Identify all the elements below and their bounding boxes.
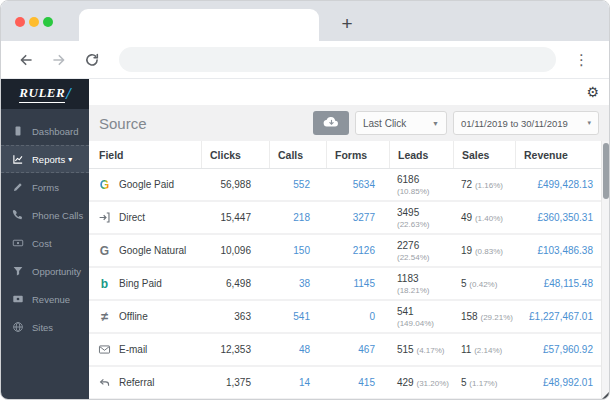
sales-percent: (0.83%) xyxy=(475,247,503,256)
leads-cell: 515 (4.17%) xyxy=(389,344,453,355)
browser-window: + ⋮ RULER/ DashboardReports▾FormsPhone C… xyxy=(0,0,610,400)
browser-menu-icon[interactable]: ⋮ xyxy=(570,50,593,69)
field-label: Google Natural xyxy=(119,245,186,256)
clicks-cell: 6,498 xyxy=(201,278,269,289)
forms-cell[interactable]: 2126 xyxy=(326,245,389,256)
forms-cell[interactable]: 415 xyxy=(326,377,389,388)
sidebar-item-revenue[interactable]: Revenue xyxy=(1,285,89,313)
sidebar-item-label: Dashboard xyxy=(32,126,78,137)
field-cell: Direct xyxy=(89,211,201,224)
calls-cell[interactable]: 150 xyxy=(269,245,326,256)
new-tab-button[interactable]: + xyxy=(333,11,361,37)
calls-cell[interactable]: 48 xyxy=(269,344,326,355)
revenue-cell[interactable]: £360,350.31 xyxy=(515,212,601,223)
revenue-cell[interactable]: £103,486.38 xyxy=(515,245,601,256)
sales-cell: 5 (0.42%) xyxy=(453,278,515,289)
calls-cell[interactable]: 14 xyxy=(269,377,326,388)
minimize-window-button[interactable] xyxy=(29,17,39,27)
field-label: E-mail xyxy=(119,344,147,355)
phone-icon xyxy=(11,209,24,222)
column-header-sales[interactable]: Sales xyxy=(453,141,515,168)
close-window-button[interactable] xyxy=(15,17,25,27)
clicks-cell: 10,096 xyxy=(201,245,269,256)
column-header-leads[interactable]: Leads xyxy=(389,141,453,168)
forms-cell[interactable]: 0 xyxy=(326,311,389,322)
column-header-forms[interactable]: Forms xyxy=(326,141,389,168)
gear-icon[interactable]: ⚙ xyxy=(586,85,599,99)
logo-slash-icon: / xyxy=(66,85,70,103)
calls-cell[interactable]: 552 xyxy=(269,179,326,190)
leads-percent: (22.54%) xyxy=(397,253,429,262)
forms-cell[interactable]: 1145 xyxy=(326,278,389,289)
address-bar[interactable] xyxy=(119,47,556,72)
forward-icon[interactable] xyxy=(50,51,68,69)
pencil-icon xyxy=(11,181,24,194)
forms-cell[interactable]: 467 xyxy=(326,344,389,355)
column-header-revenue[interactable]: Revenue xyxy=(515,141,601,168)
field-label: Bing Paid xyxy=(119,278,162,289)
sign-in-icon xyxy=(97,211,112,224)
sidebar-item-phone-calls[interactable]: Phone Calls xyxy=(1,201,89,229)
chevron-down-icon: ▾ xyxy=(68,155,72,164)
leads-cell: 429 (31.20%) xyxy=(389,377,453,388)
not-equal-icon: ≠ xyxy=(97,310,112,323)
logo-text: RULER xyxy=(19,85,65,103)
sales-cell: 158 (29.21%) xyxy=(453,311,515,322)
calls-cell[interactable]: 541 xyxy=(269,311,326,322)
attribution-model-value: Last Click xyxy=(363,118,406,129)
sidebar-item-sites[interactable]: Sites xyxy=(1,313,89,341)
browser-toolbar: ⋮ xyxy=(1,41,609,79)
column-header-clicks[interactable]: Clicks xyxy=(201,141,269,168)
leads-percent: (149.04%) xyxy=(397,319,434,328)
ruler-logo[interactable]: RULER/ xyxy=(1,79,89,109)
column-header-field[interactable]: Field xyxy=(89,141,201,168)
sidebar-item-label: Reports xyxy=(32,154,65,165)
sidebar-item-cost[interactable]: Cost xyxy=(1,229,89,257)
revenue-cell[interactable]: £1,227,467.01 xyxy=(515,311,601,322)
calls-cell[interactable]: 38 xyxy=(269,278,326,289)
field-cell: ≠Offline xyxy=(89,310,201,323)
sidebar-item-opportunity[interactable]: Opportunity xyxy=(1,257,89,285)
table-row-e-mail: E-mail12,35348467515 (4.17%)11 (2.14%)£5… xyxy=(89,334,601,367)
date-range-select[interactable]: 01/11/2019 to 30/11/2019 ▾ xyxy=(453,111,599,135)
leads-cell: 2276 (22.54%) xyxy=(389,240,453,262)
column-header-calls[interactable]: Calls xyxy=(269,141,326,168)
forms-cell[interactable]: 3277 xyxy=(326,212,389,223)
back-icon[interactable] xyxy=(17,51,35,69)
sidebar-item-dashboard[interactable]: Dashboard xyxy=(1,117,89,145)
revenue-cell[interactable]: £499,428.13 xyxy=(515,179,601,190)
vertical-scrollbar[interactable] xyxy=(601,141,609,400)
field-label: Direct xyxy=(119,212,145,223)
report-table: FieldClicksCallsFormsLeadsSalesRevenue G… xyxy=(89,141,609,400)
sidebar-item-reports[interactable]: Reports▾ xyxy=(1,145,89,173)
clicks-cell: 56,988 xyxy=(201,179,269,190)
calls-cell[interactable]: 218 xyxy=(269,212,326,223)
leads-cell: 541 (149.04%) xyxy=(389,306,453,328)
revenue-cell[interactable]: £57,960.92 xyxy=(515,344,601,355)
envelope-icon xyxy=(97,343,112,356)
sales-cell: 19 (0.83%) xyxy=(453,245,515,256)
leads-percent: (22.63%) xyxy=(397,220,429,229)
scroll-corner-grip xyxy=(600,392,609,400)
sidebar-item-forms[interactable]: Forms xyxy=(1,173,89,201)
scrollbar-thumb[interactable] xyxy=(603,143,609,199)
reply-arrow-icon xyxy=(97,376,112,389)
field-label: Google Paid xyxy=(119,179,174,190)
funnel-icon xyxy=(11,265,24,278)
leads-cell: 6186 (10.85%) xyxy=(389,174,453,196)
sidebar-item-label: Cost xyxy=(32,238,52,249)
revenue-cell[interactable]: £48,115.48 xyxy=(515,278,601,289)
table-header-row: FieldClicksCallsFormsLeadsSalesRevenue xyxy=(89,141,601,169)
table-row-google-natural: GGoogle Natural10,09615021262276 (22.54%… xyxy=(89,235,601,268)
sidebar-item-label: Revenue xyxy=(32,294,70,305)
maximize-window-button[interactable] xyxy=(43,17,53,27)
cloud-download-icon xyxy=(322,115,341,131)
reload-icon[interactable] xyxy=(83,51,101,69)
revenue-cell[interactable]: £48,992.01 xyxy=(515,377,601,388)
page-title: Source xyxy=(99,115,313,132)
attribution-model-select[interactable]: Last Click ▼ xyxy=(355,111,447,135)
field-cell: Referral xyxy=(89,376,201,389)
browser-tab[interactable] xyxy=(79,9,319,41)
forms-cell[interactable]: 5634 xyxy=(326,179,389,190)
export-button[interactable] xyxy=(313,111,349,135)
